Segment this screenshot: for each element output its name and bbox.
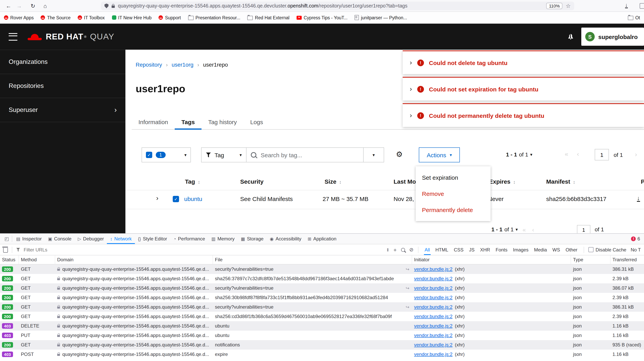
- pick-element-icon[interactable]: ◰: [2, 236, 12, 242]
- filter-pill-fonts[interactable]: Fonts: [494, 246, 509, 253]
- network-request-row[interactable]: 200GETquayregistry-quay-quay-enterprise-…: [0, 265, 644, 274]
- network-request-row[interactable]: 403POSTquayregistry-quay-quay-enterprise…: [0, 350, 644, 359]
- initiator-link[interactable]: vendor.bundle.js:2: [414, 304, 452, 310]
- sidebar-item-organizations[interactable]: Organizations: [0, 50, 126, 74]
- pagination-next-icon[interactable]: ›: [635, 151, 637, 158]
- breadcrumb-item-user1org[interactable]: user1org: [172, 61, 194, 68]
- column-header-manifest[interactable]: Manifest↕: [546, 178, 576, 185]
- throttling-dropdown[interactable]: No T: [630, 247, 641, 252]
- initiator-link[interactable]: vendor.bundle.js:2: [414, 266, 452, 272]
- breadcrumb-item-repository[interactable]: Repository: [136, 61, 162, 68]
- initiator-link[interactable]: vendor.bundle.js:2: [414, 352, 452, 357]
- pagination-prev-icon[interactable]: ‹: [577, 151, 579, 158]
- bookmark-item[interactable]: IT New Hire Hub: [112, 15, 152, 20]
- bookmark-item[interactable]: Cypress Tips - YouT...: [296, 15, 348, 20]
- sidebar-item-superuser[interactable]: Superuser›: [0, 98, 126, 122]
- bookmark-item[interactable]: Presentation Resour...: [188, 15, 240, 20]
- shield-icon[interactable]: [104, 3, 108, 8]
- network-request-row[interactable]: 403PUTquayregistry-quay-quay-enterprise-…: [0, 331, 644, 340]
- column-header-domain[interactable]: Domain: [55, 255, 213, 264]
- filter-urls-input[interactable]: [23, 247, 123, 253]
- disable-cache[interactable]: Disable Cache: [588, 247, 626, 252]
- bookmark-item[interactable]: IT Toolbox: [78, 15, 105, 20]
- bookmark-item[interactable]: junitparser — Python...: [354, 15, 407, 20]
- sort-icon[interactable]: ↕: [339, 179, 342, 185]
- gear-icon[interactable]: ⚙: [394, 150, 405, 158]
- red-hat-logo-icon[interactable]: [28, 31, 42, 42]
- pagination-summary-dropdown[interactable]: 1 - 1 of 1 ▾: [506, 151, 532, 158]
- tab-logs[interactable]: Logs: [244, 114, 270, 129]
- search-input[interactable]: [260, 151, 359, 159]
- lock-icon[interactable]: [112, 5, 115, 8]
- bookmarks-overflow[interactable]: Ot: [628, 15, 640, 20]
- column-header-type[interactable]: Type: [571, 255, 610, 264]
- forward-icon[interactable]: →: [14, 0, 24, 11]
- devtools-tab-memory[interactable]: ▥Memory: [208, 234, 238, 244]
- disable-cache-checkbox[interactable]: [588, 247, 594, 252]
- row-checkbox[interactable]: ✓: [173, 196, 179, 202]
- expand-chevron-icon[interactable]: ›: [410, 59, 412, 67]
- pagination-prev-icon[interactable]: ‹: [532, 226, 534, 233]
- network-request-row[interactable]: 200GETquayregistry-quay-quay-enterprise-…: [0, 340, 644, 350]
- column-header-file[interactable]: File: [213, 255, 412, 264]
- bulk-select-dropdown[interactable]: ✓ 1 ▾: [142, 147, 191, 162]
- new-request-icon[interactable]: +: [394, 247, 396, 252]
- column-header-status[interactable]: Status: [0, 255, 19, 264]
- tab-tags[interactable]: Tags: [175, 114, 202, 129]
- filter-pill-html[interactable]: HTML: [434, 246, 450, 253]
- initiator-link[interactable]: vendor.bundle.js:2: [414, 342, 452, 348]
- notifications-bell-icon[interactable]: [568, 34, 574, 39]
- menu-item-remove[interactable]: Remove: [416, 186, 490, 202]
- search-requests-icon[interactable]: [401, 248, 405, 252]
- filter-pill-ws[interactable]: WS: [550, 246, 562, 253]
- sort-icon[interactable]: ↕: [198, 179, 200, 185]
- reload-icon[interactable]: ↻: [28, 0, 38, 11]
- downloads-icon[interactable]: ↓: [625, 2, 628, 8]
- bookmark-item[interactable]: Rover Apps: [4, 15, 34, 20]
- expand-chevron-icon[interactable]: ›: [410, 111, 412, 119]
- hamburger-menu-icon[interactable]: [9, 33, 17, 40]
- initiator-link[interactable]: vendor.bundle.js:2: [414, 314, 452, 319]
- expand-chevron-icon[interactable]: ›: [410, 85, 412, 93]
- tab-tag-history[interactable]: Tag history: [202, 114, 244, 129]
- sidebar-item-repositories[interactable]: Repositories: [0, 74, 126, 98]
- column-header-method[interactable]: Method: [19, 255, 55, 264]
- column-header-size[interactable]: Size↕: [324, 178, 342, 185]
- extension-icon[interactable]: [640, 3, 644, 9]
- pull-download-icon[interactable]: ↓: [637, 195, 640, 202]
- tab-information[interactable]: Information: [132, 114, 175, 129]
- devtools-tab-inspector[interactable]: ▤Inspector: [13, 234, 45, 244]
- network-request-row[interactable]: 200GETquayregistry-quay-quay-enterprise-…: [0, 274, 644, 283]
- filter-pill-all[interactable]: All: [422, 246, 432, 253]
- tag-row-ubuntu[interactable]: › ✓ ubuntu See Child Manifests 27 MB ~ 3…: [126, 190, 644, 209]
- zoom-indicator[interactable]: 110%: [546, 3, 562, 9]
- network-request-row[interactable]: 200GETquayregistry-quay-quay-enterprise-…: [0, 293, 644, 302]
- bookmark-item[interactable]: Red Hat External: [248, 15, 290, 20]
- initiator-link[interactable]: vendor.bundle.js:2: [414, 285, 452, 291]
- pagination-first-icon[interactable]: «: [522, 226, 526, 233]
- sort-icon[interactable]: ↕: [513, 179, 516, 185]
- devtools-tab-storage[interactable]: ▦Storage: [238, 234, 266, 244]
- filter-pill-js[interactable]: JS: [467, 246, 476, 253]
- column-header-transferred[interactable]: Transferred: [610, 255, 644, 264]
- tag-name-link[interactable]: ubuntu: [184, 195, 202, 202]
- network-request-row[interactable]: 200GETquayregistry-quay-quay-enterprise-…: [0, 312, 644, 321]
- expand-row-chevron-icon[interactable]: ›: [156, 194, 158, 202]
- actions-button[interactable]: Actions ▾: [419, 147, 460, 162]
- bookmark-star-icon[interactable]: ☆: [566, 3, 571, 9]
- bottom-pagination-summary[interactable]: 1 - 1 of 1 ▾: [492, 226, 518, 233]
- clear-requests-icon[interactable]: [3, 248, 8, 253]
- initiator-link[interactable]: vendor.bundle.js:2: [414, 276, 452, 281]
- filter-pill-media[interactable]: Media: [532, 246, 549, 253]
- menu-item-set-expiration[interactable]: Set expiration: [416, 169, 490, 186]
- column-header-tag[interactable]: Tag↕: [185, 178, 200, 185]
- filter-pill-xhr[interactable]: XHR: [478, 246, 492, 253]
- pause-recording-icon[interactable]: ‖: [387, 247, 389, 252]
- back-icon[interactable]: ←: [3, 0, 14, 11]
- menu-item-permanently-delete[interactable]: Permanently delete: [416, 202, 490, 218]
- filter-pill-images[interactable]: Images: [511, 246, 530, 253]
- search-options-dropdown[interactable]: ▾: [363, 147, 384, 162]
- network-request-row[interactable]: 200GETquayregistry-quay-quay-enterprise-…: [0, 302, 644, 312]
- user-menu[interactable]: S superglobalro: [581, 27, 644, 46]
- network-request-row[interactable]: 200GETquayregistry-quay-quay-enterprise-…: [0, 283, 644, 293]
